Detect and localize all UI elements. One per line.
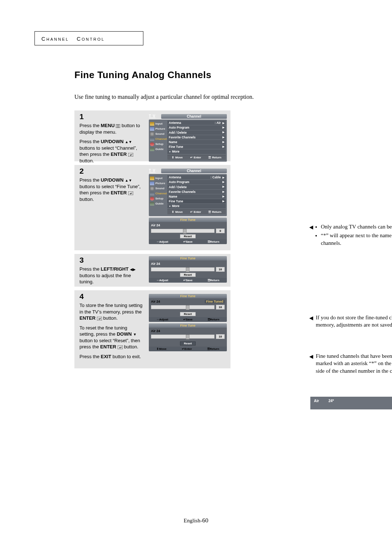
ft-value: 10 <box>216 267 225 272</box>
ft-slider: 0 <box>151 228 225 233</box>
hint-enter: Enter <box>190 210 201 214</box>
updown-icon: ▲▼ <box>125 180 132 181</box>
triangle-left-icon: ◀ <box>309 315 313 322</box>
channel-icon <box>150 192 154 195</box>
step-4-para-1: To store the fine tuning setting in the … <box>79 302 143 321</box>
page-number: English-60 <box>0 517 392 524</box>
osd-sidebar: Input Picture Sound Channel Setup Guide <box>149 174 167 215</box>
ft-value: 0 <box>216 228 225 233</box>
chevron-right-icon: ▶ <box>222 131 224 134</box>
ft-channel: Air 24 <box>151 262 160 266</box>
sound-icon <box>150 187 154 190</box>
step-3-para-1: Press the LEFT/RIGHT ◀▶ buttons to adjus… <box>79 266 143 285</box>
osd-tab-channel: Channel <box>161 169 227 173</box>
channel-icon <box>150 137 154 141</box>
page-title: Fine Tuning Analog Channels <box>74 69 358 81</box>
hint-return: Return <box>208 240 220 243</box>
osd-step2: T V Channel Input Picture Sound Channel … <box>149 169 227 244</box>
input-icon <box>150 122 154 126</box>
enter-icon <box>128 191 133 195</box>
picture-icon <box>150 127 154 131</box>
guide-icon <box>150 202 154 206</box>
ft-slider: 10 <box>151 267 225 272</box>
svg-rect-5 <box>97 317 102 320</box>
hint-save: Save <box>183 279 193 282</box>
step-4-para-2: To reset the fine tuning setting, press … <box>79 325 143 350</box>
chevron-right-icon: ▶ <box>222 185 224 188</box>
chevron-right-icon: ▶ <box>222 136 224 139</box>
enter-icon <box>128 153 133 157</box>
side-note-1: ◀ Only analog TV channels can be fine tu… <box>316 223 392 248</box>
channel-banner: Air24* <box>310 395 392 409</box>
svg-rect-3 <box>128 153 133 157</box>
leftright-icon: ◀▶ <box>130 269 136 270</box>
osd-tab-channel: Channel <box>161 114 227 119</box>
chevron-right-icon: ▶ <box>222 190 224 193</box>
hint-return: Return <box>208 210 221 214</box>
fine-tuned-label: Fine Tuned <box>205 300 225 303</box>
ft-channel: Air 24 <box>151 300 160 303</box>
steps-container: 1 Press the MENU button to display the m… <box>74 110 358 368</box>
step-4-para-3: Press the EXIT button to exit. <box>79 353 143 360</box>
svg-rect-6 <box>118 345 123 349</box>
osd-step3: Fine Tune Air 24 10 Reset Adjust Save Re… <box>149 256 227 283</box>
hint-return: Return <box>208 156 221 159</box>
ft-channel: Air 24 <box>151 223 160 227</box>
side-note-2: ◀ If you do not store the fine-tuned cha… <box>316 314 392 329</box>
step-1: 1 Press the MENU button to display the m… <box>74 110 230 161</box>
osd-sidebar: Input Picture Sound Channel Setup Guide <box>149 120 167 161</box>
setup-icon <box>150 142 154 146</box>
fine-tune-panel-reset: Fine Tune Air 24 10 Reset Move Enter Ret… <box>149 323 227 351</box>
osd-menu: Antenna: Cable ▶ Auto Program▶ Add / Del… <box>167 174 227 215</box>
triangle-left-icon: ◀ <box>309 353 313 360</box>
chevron-right-icon: ▶ <box>222 181 224 183</box>
reset-button: Reset <box>180 234 196 238</box>
osd-step1: T V Channel Input Picture Sound Channel … <box>149 114 227 162</box>
fine-tune-panel: Fine Tune Air 24 0 Reset Adjust Save Ret… <box>149 218 227 244</box>
chevron-right-icon: ▶ <box>222 122 224 124</box>
hint-adjust: Adjust <box>156 279 168 282</box>
fine-tune-panel-saved: Fine Tune Air 24 Fine Tuned 10 Reset Adj… <box>149 294 227 322</box>
picture-icon <box>150 182 154 185</box>
hint-move: Move <box>172 210 183 214</box>
hint-save: Save <box>183 240 193 243</box>
osd-menu: Antenna: Air ▶ Auto Program▶ Add / Delet… <box>167 120 227 161</box>
hint-adjust: Adjust <box>156 240 168 243</box>
down-icon: ▼ <box>133 334 136 335</box>
chevron-right-icon: ▶ <box>222 200 224 203</box>
chevron-right-icon: ▶ <box>222 141 224 143</box>
step-1-para-1: Press the MENU button to display the men… <box>79 122 143 135</box>
chevron-right-icon: ▶ <box>222 176 224 179</box>
guide-icon <box>150 147 154 151</box>
svg-rect-0 <box>116 124 120 128</box>
menu-icon <box>116 124 120 128</box>
enter-icon <box>97 317 102 320</box>
hint-move: Move <box>172 156 183 159</box>
reset-button: Reset <box>180 312 196 316</box>
chevron-right-icon: ▶ <box>222 195 224 198</box>
step-4: 4 To store the fine tuning setting in th… <box>74 290 230 368</box>
side-note-3: ◀ Fine tuned channels that have been sav… <box>316 352 392 375</box>
reset-button: Reset <box>180 273 196 277</box>
hint-return: Return <box>208 279 220 282</box>
step-2: 2 Press the UP/DOWN ▲▼ buttons to select… <box>74 165 230 250</box>
chevron-right-icon: ▶ <box>222 126 224 129</box>
step-1-para-2: Press the UP/DOWN ▲▼ buttons to select “… <box>79 138 143 164</box>
sound-icon <box>150 132 154 136</box>
reset-button-highlighted: Reset <box>180 341 196 345</box>
enter-icon <box>118 345 123 349</box>
intro-text: Use fine tuning to manually adjust a par… <box>74 94 358 100</box>
svg-rect-4 <box>128 191 133 195</box>
input-icon <box>150 177 154 180</box>
step-2-para-1: Press the UP/DOWN ▲▼ buttons to select “… <box>79 177 143 202</box>
setup-icon <box>150 197 154 201</box>
triangle-left-icon: ◀ <box>309 224 313 231</box>
section-header: CHANNEL CONTROL <box>34 31 143 45</box>
chevron-right-icon: ▶ <box>222 145 224 148</box>
updown-icon: ▲▼ <box>125 142 132 142</box>
step-3: 3 Press the LEFT/RIGHT ◀▶ buttons to adj… <box>74 254 230 287</box>
hint-enter: Enter <box>190 156 201 159</box>
